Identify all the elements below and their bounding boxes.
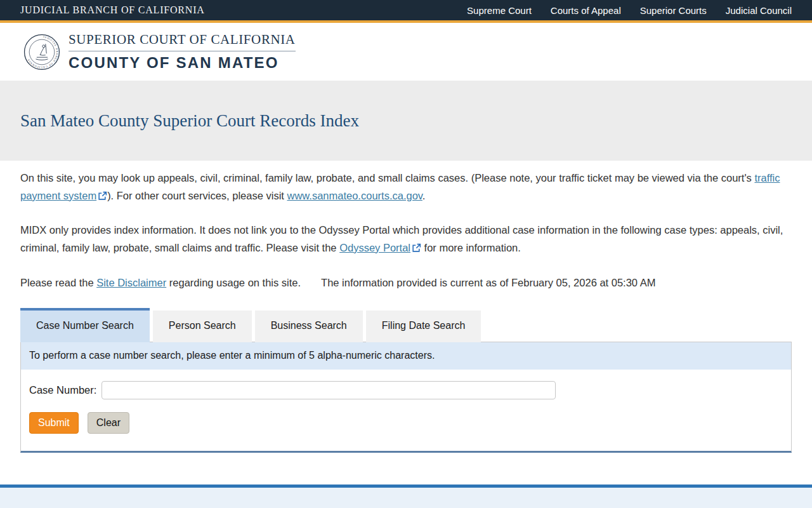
nav-link-courts-of-appeal[interactable]: Courts of Appeal bbox=[551, 5, 621, 16]
clear-button[interactable]: Clear bbox=[88, 412, 129, 434]
tab-business-search[interactable]: Business Search bbox=[255, 311, 363, 342]
intro-paragraph-1: On this site, you may look up appeals, c… bbox=[20, 161, 792, 204]
case-number-label: Case Number: bbox=[29, 384, 96, 396]
external-link-icon[interactable] bbox=[98, 191, 107, 201]
topbar-nav: Supreme Court Courts of Appeal Superior … bbox=[467, 5, 792, 16]
sanmateo-courts-link[interactable]: www.sanmateo.courts.ca.gov bbox=[287, 190, 422, 201]
court-seal-icon: JUDICIAL BRANCH OF CALIFORNIA bbox=[23, 34, 60, 70]
intro-p2-after: for more information. bbox=[421, 242, 521, 253]
superior-court-line: SUPERIOR COURT OF CALIFORNIA bbox=[69, 32, 296, 51]
main-content: On this site, you may look up appeals, c… bbox=[20, 161, 792, 453]
disclaimer-row: Please read the Site Disclaimer regardin… bbox=[20, 257, 792, 292]
footer-strip bbox=[0, 485, 812, 508]
search-tabs: Case Number Search Person Search Busines… bbox=[20, 308, 792, 342]
intro-paragraph-2: MIDX only provides index information. It… bbox=[20, 204, 792, 257]
page-title: San Mateo County Superior Court Records … bbox=[20, 111, 359, 131]
case-number-input[interactable] bbox=[102, 381, 556, 399]
data-current-as-of: The information provided is current as o… bbox=[321, 277, 655, 288]
site-disclaimer-link[interactable]: Site Disclaimer bbox=[96, 277, 166, 288]
government-topbar: JUDICIAL BRANCH OF CALIFORNIA Supreme Co… bbox=[0, 0, 812, 23]
intro-p1-mid: ). For other court services, please visi… bbox=[107, 190, 287, 201]
tab-case-number-search[interactable]: Case Number Search bbox=[20, 308, 150, 342]
nav-link-superior-courts[interactable]: Superior Courts bbox=[640, 5, 707, 16]
tab-filing-date-search[interactable]: Filing Date Search bbox=[366, 311, 481, 342]
disclaimer-after: regarding usage on this site. bbox=[166, 277, 301, 288]
judicial-branch-brand: JUDICIAL BRANCH OF CALIFORNIA bbox=[20, 4, 205, 16]
case-number-search-panel: To perform a case number search, please … bbox=[20, 342, 792, 453]
submit-button[interactable]: Submit bbox=[29, 412, 79, 434]
title-band: San Mateo County Superior Court Records … bbox=[0, 81, 812, 161]
odyssey-portal-link[interactable]: Odyssey Portal bbox=[339, 242, 410, 253]
external-link-icon[interactable] bbox=[412, 243, 421, 253]
case-number-form: Case Number: Submit Clear bbox=[21, 370, 791, 451]
search-instruction: To perform a case number search, please … bbox=[21, 342, 791, 370]
intro-p1-text: On this site, you may look up appeals, c… bbox=[20, 172, 754, 184]
intro-p1-end: . bbox=[422, 190, 426, 201]
court-masthead: JUDICIAL BRANCH OF CALIFORNIA SUPERIOR C… bbox=[0, 23, 812, 81]
nav-link-judicial-council[interactable]: Judicial Council bbox=[726, 5, 792, 16]
tab-person-search[interactable]: Person Search bbox=[153, 311, 252, 342]
disclaimer-text: Please read the bbox=[20, 277, 96, 288]
county-line: COUNTY OF SAN MATEO bbox=[69, 51, 296, 72]
masthead-text: SUPERIOR COURT OF CALIFORNIA COUNTY OF S… bbox=[69, 32, 296, 72]
nav-link-supreme-court[interactable]: Supreme Court bbox=[467, 5, 532, 16]
